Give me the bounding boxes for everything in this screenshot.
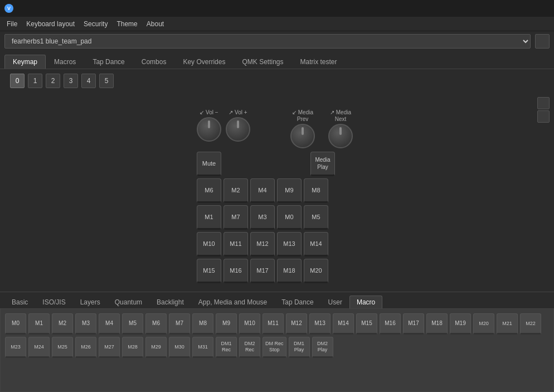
- picker-key-m18[interactable]: M18: [426, 313, 448, 335]
- media-next-label: ↗ Media Next: [324, 109, 357, 123]
- key-m11[interactable]: M11: [223, 232, 248, 257]
- menu-item-security[interactable]: Security: [79, 18, 112, 30]
- bottom-tab-basic[interactable]: Basic: [4, 296, 35, 308]
- picker-key-m27[interactable]: M27: [99, 337, 120, 358]
- picker-key-m24[interactable]: M24: [28, 337, 50, 358]
- key-m17[interactable]: M17: [250, 259, 275, 283]
- key-m12[interactable]: M12: [250, 232, 275, 257]
- device-select[interactable]: fearherbs1 blue_team_pad: [4, 34, 531, 49]
- bottom-tab-tap-dance[interactable]: Tap Dance: [274, 296, 320, 308]
- picker-key-m0[interactable]: M0: [5, 313, 26, 335]
- picker-key-m5[interactable]: M5: [122, 313, 143, 335]
- main-tab-macros[interactable]: Macros: [46, 55, 84, 69]
- key-m10[interactable]: M10: [197, 232, 221, 257]
- picker-key-m3[interactable]: M3: [75, 313, 96, 335]
- close-button[interactable]: [524, 0, 550, 17]
- menu-item-file[interactable]: File: [2, 18, 22, 30]
- menu-item-about[interactable]: About: [142, 18, 168, 30]
- zoom-controls: [537, 97, 550, 123]
- knob-vol-down-group: ↙ Vol −: [197, 109, 221, 148]
- picker-key-m20[interactable]: M20: [473, 313, 494, 335]
- menu-item-theme[interactable]: Theme: [112, 18, 142, 30]
- layer-btn-0[interactable]: 0: [10, 74, 25, 88]
- key-m0[interactable]: M0: [277, 205, 302, 230]
- main-tab-keymap[interactable]: Keymap: [4, 55, 46, 69]
- key-media-play[interactable]: Media Play: [310, 152, 335, 176]
- key-m5[interactable]: M5: [304, 205, 328, 230]
- bottom-tab-user[interactable]: User: [321, 296, 349, 308]
- bottom-tab-iso/jis[interactable]: ISO/JIS: [35, 296, 72, 308]
- picker-key-m21[interactable]: M21: [497, 313, 518, 335]
- layer-btn-1[interactable]: 1: [28, 74, 42, 88]
- main-tab-combos[interactable]: Combos: [133, 55, 175, 69]
- zoom-in-button[interactable]: [537, 97, 550, 109]
- picker-key-dm2-play[interactable]: DM2 Play: [312, 337, 333, 358]
- picker-key-m22[interactable]: M22: [520, 313, 541, 335]
- bottom-tab-macro[interactable]: Macro: [349, 296, 382, 308]
- knob-media-next[interactable]: [328, 124, 353, 148]
- picker-key-dm1-rec[interactable]: DM1 Rec: [216, 337, 237, 358]
- key-m15[interactable]: M15: [197, 259, 221, 283]
- layer-btn-2[interactable]: 2: [46, 74, 60, 88]
- picker-key-dm2-rec[interactable]: DM2 Rec: [239, 337, 260, 358]
- picker-key-m30[interactable]: M30: [169, 337, 190, 358]
- minimize-button[interactable]: [473, 0, 498, 17]
- picker-key-m25[interactable]: M25: [52, 337, 73, 358]
- knob-media-prev[interactable]: [290, 124, 315, 148]
- bottom-tab-layers[interactable]: Layers: [73, 296, 108, 308]
- bottom-tab-backlight[interactable]: Backlight: [149, 296, 191, 308]
- key-m7[interactable]: M7: [223, 205, 248, 230]
- key-m9[interactable]: M9: [277, 178, 302, 203]
- picker-key-m11[interactable]: M11: [263, 313, 284, 335]
- layer-btn-4[interactable]: 4: [81, 74, 96, 88]
- picker-key-m26[interactable]: M26: [75, 337, 96, 358]
- picker-key-m6[interactable]: M6: [145, 313, 167, 335]
- picker-key-m29[interactable]: M29: [145, 337, 167, 358]
- key-m13[interactable]: M13: [277, 232, 302, 257]
- layer-btn-5[interactable]: 5: [99, 74, 114, 88]
- picker-key-m13[interactable]: M13: [309, 313, 331, 335]
- key-m6[interactable]: M6: [197, 178, 221, 203]
- key-m4[interactable]: M4: [250, 178, 275, 203]
- picker-key-m4[interactable]: M4: [99, 313, 120, 335]
- key-m3[interactable]: M3: [250, 205, 275, 230]
- main-tab-matrix-tester[interactable]: Matrix tester: [292, 55, 346, 69]
- key-m16[interactable]: M16: [223, 259, 248, 283]
- knob-vol-down[interactable]: [197, 117, 221, 142]
- knob-vol-up[interactable]: [226, 117, 250, 142]
- layer-btn-3[interactable]: 3: [64, 74, 78, 88]
- key-m1[interactable]: M1: [197, 205, 221, 230]
- picker-key-m12[interactable]: M12: [286, 313, 307, 335]
- key-m14[interactable]: M14: [304, 232, 328, 257]
- picker-key-m7[interactable]: M7: [169, 313, 190, 335]
- picker-key-m2[interactable]: M2: [52, 313, 73, 335]
- picker-key-m19[interactable]: M19: [450, 313, 471, 335]
- key-m18[interactable]: M18: [277, 259, 302, 283]
- picker-key-m1[interactable]: M1: [28, 313, 50, 335]
- picker-key-dm1-play[interactable]: DM1 Play: [289, 337, 310, 358]
- picker-key-m23[interactable]: M23: [5, 337, 26, 358]
- maximize-button[interactable]: [498, 0, 524, 17]
- picker-key-m17[interactable]: M17: [403, 313, 424, 335]
- picker-key-m16[interactable]: M16: [380, 313, 401, 335]
- bottom-tab-app-media-and-mouse[interactable]: App, Media and Mouse: [191, 296, 274, 308]
- picker-key-m28[interactable]: M28: [122, 337, 143, 358]
- menu-item-keyboard-layout[interactable]: Keyboard layout: [22, 18, 79, 30]
- key-m20[interactable]: M20: [304, 259, 328, 283]
- key-m8[interactable]: M8: [304, 178, 328, 203]
- picker-key-m8[interactable]: M8: [192, 313, 213, 335]
- key-m2[interactable]: M2: [223, 178, 248, 203]
- picker-key-m9[interactable]: M9: [216, 313, 237, 335]
- picker-key-m15[interactable]: M15: [356, 313, 377, 335]
- key-mute[interactable]: Mute: [197, 152, 221, 176]
- picker-key-m14[interactable]: M14: [333, 313, 354, 335]
- main-tab-tap-dance[interactable]: Tap Dance: [84, 55, 133, 69]
- picker-key-m10[interactable]: M10: [239, 313, 260, 335]
- main-tab-qmk-settings[interactable]: QMK Settings: [234, 55, 291, 69]
- zoom-out-button[interactable]: [537, 110, 550, 123]
- main-tab-key-overrides[interactable]: Key Overrides: [174, 55, 234, 69]
- refresh-button[interactable]: [535, 34, 550, 49]
- bottom-tab-quantum[interactable]: Quantum: [108, 296, 149, 308]
- picker-key-dm-rec-stop[interactable]: DM Rec Stop: [263, 337, 286, 358]
- picker-key-m31[interactable]: M31: [192, 337, 213, 358]
